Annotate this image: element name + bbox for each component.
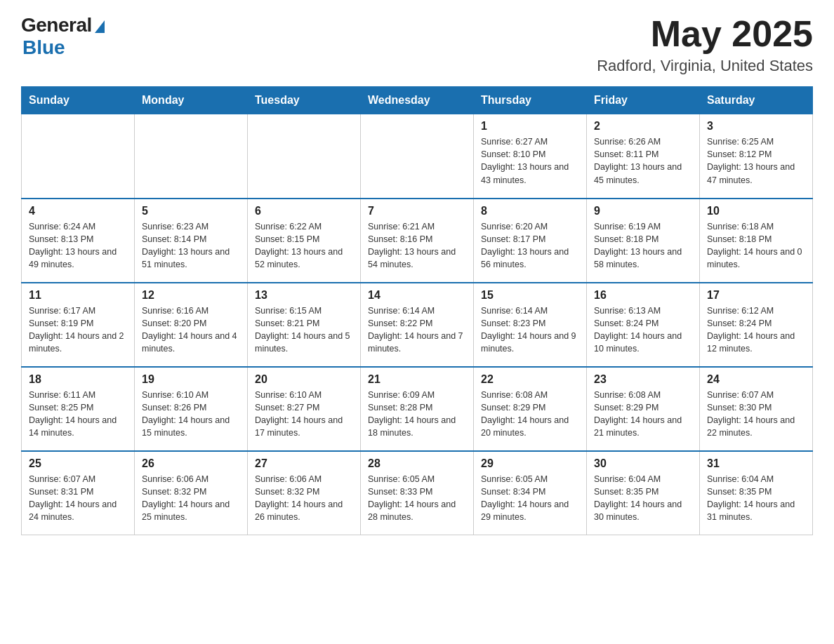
day-info: Sunrise: 6:10 AMSunset: 8:26 PMDaylight:…	[142, 389, 240, 440]
day-of-week-header: Thursday	[474, 87, 587, 114]
calendar-cell: 15Sunrise: 6:14 AMSunset: 8:23 PMDayligh…	[474, 283, 587, 367]
calendar-cell: 23Sunrise: 6:08 AMSunset: 8:29 PMDayligh…	[587, 367, 700, 451]
day-info: Sunrise: 6:24 AMSunset: 8:13 PMDaylight:…	[29, 220, 127, 271]
calendar-cell: 14Sunrise: 6:14 AMSunset: 8:22 PMDayligh…	[361, 283, 474, 367]
logo: General Blue	[21, 14, 105, 59]
title-section: May 2025 Radford, Virginia, United State…	[597, 14, 813, 75]
calendar-week-row: 4Sunrise: 6:24 AMSunset: 8:13 PMDaylight…	[22, 199, 813, 283]
day-number: 27	[255, 457, 353, 470]
day-info: Sunrise: 6:05 AMSunset: 8:34 PMDaylight:…	[481, 473, 579, 524]
day-number: 18	[29, 373, 127, 386]
day-info: Sunrise: 6:08 AMSunset: 8:29 PMDaylight:…	[481, 389, 579, 440]
day-number: 8	[481, 205, 579, 217]
day-number: 7	[368, 205, 466, 217]
day-of-week-header: Wednesday	[361, 87, 474, 114]
day-info: Sunrise: 6:10 AMSunset: 8:27 PMDaylight:…	[255, 389, 353, 440]
calendar-cell: 2Sunrise: 6:26 AMSunset: 8:11 PMDaylight…	[587, 114, 700, 199]
day-number: 20	[255, 373, 353, 386]
calendar-cell: 16Sunrise: 6:13 AMSunset: 8:24 PMDayligh…	[587, 283, 700, 367]
day-number: 31	[707, 457, 805, 470]
calendar-cell: 26Sunrise: 6:06 AMSunset: 8:32 PMDayligh…	[135, 451, 248, 535]
calendar-cell: 6Sunrise: 6:22 AMSunset: 8:15 PMDaylight…	[248, 199, 361, 283]
calendar-week-row: 25Sunrise: 6:07 AMSunset: 8:31 PMDayligh…	[22, 451, 813, 535]
calendar-week-row: 11Sunrise: 6:17 AMSunset: 8:19 PMDayligh…	[22, 283, 813, 367]
logo-general-text: General	[21, 14, 92, 36]
day-info: Sunrise: 6:14 AMSunset: 8:23 PMDaylight:…	[481, 304, 579, 356]
calendar-table: SundayMondayTuesdayWednesdayThursdayFrid…	[21, 86, 813, 535]
calendar-cell: 28Sunrise: 6:05 AMSunset: 8:33 PMDayligh…	[361, 451, 474, 535]
calendar-week-row: 18Sunrise: 6:11 AMSunset: 8:25 PMDayligh…	[22, 367, 813, 451]
calendar-cell: 9Sunrise: 6:19 AMSunset: 8:18 PMDaylight…	[587, 199, 700, 283]
day-info: Sunrise: 6:26 AMSunset: 8:11 PMDaylight:…	[594, 135, 692, 187]
day-info: Sunrise: 6:06 AMSunset: 8:32 PMDaylight:…	[142, 473, 240, 524]
calendar-cell: 20Sunrise: 6:10 AMSunset: 8:27 PMDayligh…	[248, 367, 361, 451]
day-number: 15	[481, 289, 579, 302]
day-of-week-header: Tuesday	[248, 87, 361, 114]
day-info: Sunrise: 6:11 AMSunset: 8:25 PMDaylight:…	[29, 389, 127, 440]
day-info: Sunrise: 6:22 AMSunset: 8:15 PMDaylight:…	[255, 220, 353, 271]
calendar-header-row: SundayMondayTuesdayWednesdayThursdayFrid…	[22, 87, 813, 114]
calendar-cell	[135, 114, 248, 199]
day-of-week-header: Friday	[587, 87, 700, 114]
day-number: 13	[255, 289, 353, 302]
calendar-cell: 21Sunrise: 6:09 AMSunset: 8:28 PMDayligh…	[361, 367, 474, 451]
day-number: 14	[368, 289, 466, 302]
day-number: 16	[594, 289, 692, 302]
day-number: 21	[368, 373, 466, 386]
calendar-week-row: 1Sunrise: 6:27 AMSunset: 8:10 PMDaylight…	[22, 114, 813, 199]
day-number: 25	[29, 457, 127, 470]
day-number: 1	[481, 120, 579, 133]
day-info: Sunrise: 6:17 AMSunset: 8:19 PMDaylight:…	[29, 304, 127, 356]
day-number: 12	[142, 289, 240, 302]
day-info: Sunrise: 6:27 AMSunset: 8:10 PMDaylight:…	[481, 135, 579, 187]
calendar-cell: 22Sunrise: 6:08 AMSunset: 8:29 PMDayligh…	[474, 367, 587, 451]
day-number: 11	[29, 289, 127, 302]
day-number: 5	[142, 205, 240, 217]
day-of-week-header: Monday	[135, 87, 248, 114]
calendar-cell: 10Sunrise: 6:18 AMSunset: 8:18 PMDayligh…	[700, 199, 813, 283]
calendar-cell	[248, 114, 361, 199]
day-number: 24	[707, 373, 805, 386]
logo-blue-text: Blue	[22, 36, 65, 59]
day-number: 28	[368, 457, 466, 470]
calendar-cell	[22, 114, 135, 199]
day-number: 3	[707, 120, 805, 133]
page-header: General Blue May 2025 Radford, Virginia,…	[21, 14, 813, 75]
day-info: Sunrise: 6:05 AMSunset: 8:33 PMDaylight:…	[368, 473, 466, 524]
day-number: 30	[594, 457, 692, 470]
day-info: Sunrise: 6:16 AMSunset: 8:20 PMDaylight:…	[142, 304, 240, 356]
calendar-cell: 19Sunrise: 6:10 AMSunset: 8:26 PMDayligh…	[135, 367, 248, 451]
day-info: Sunrise: 6:13 AMSunset: 8:24 PMDaylight:…	[594, 304, 692, 356]
calendar-cell: 17Sunrise: 6:12 AMSunset: 8:24 PMDayligh…	[700, 283, 813, 367]
day-info: Sunrise: 6:09 AMSunset: 8:28 PMDaylight:…	[368, 389, 466, 440]
day-number: 26	[142, 457, 240, 470]
day-info: Sunrise: 6:07 AMSunset: 8:31 PMDaylight:…	[29, 473, 127, 524]
logo-triangle-icon	[95, 20, 105, 33]
calendar-cell: 24Sunrise: 6:07 AMSunset: 8:30 PMDayligh…	[700, 367, 813, 451]
day-info: Sunrise: 6:20 AMSunset: 8:17 PMDaylight:…	[481, 220, 579, 271]
day-info: Sunrise: 6:18 AMSunset: 8:18 PMDaylight:…	[707, 220, 805, 271]
day-of-week-header: Sunday	[22, 87, 135, 114]
day-number: 4	[29, 205, 127, 217]
calendar-cell: 31Sunrise: 6:04 AMSunset: 8:35 PMDayligh…	[700, 451, 813, 535]
calendar-cell: 30Sunrise: 6:04 AMSunset: 8:35 PMDayligh…	[587, 451, 700, 535]
calendar-cell: 13Sunrise: 6:15 AMSunset: 8:21 PMDayligh…	[248, 283, 361, 367]
day-number: 17	[707, 289, 805, 302]
day-info: Sunrise: 6:12 AMSunset: 8:24 PMDaylight:…	[707, 304, 805, 356]
calendar-cell: 18Sunrise: 6:11 AMSunset: 8:25 PMDayligh…	[22, 367, 135, 451]
calendar-cell: 29Sunrise: 6:05 AMSunset: 8:34 PMDayligh…	[474, 451, 587, 535]
day-info: Sunrise: 6:08 AMSunset: 8:29 PMDaylight:…	[594, 389, 692, 440]
day-number: 9	[594, 205, 692, 217]
calendar-cell: 1Sunrise: 6:27 AMSunset: 8:10 PMDaylight…	[474, 114, 587, 199]
day-info: Sunrise: 6:04 AMSunset: 8:35 PMDaylight:…	[707, 473, 805, 524]
day-info: Sunrise: 6:15 AMSunset: 8:21 PMDaylight:…	[255, 304, 353, 356]
calendar-cell: 12Sunrise: 6:16 AMSunset: 8:20 PMDayligh…	[135, 283, 248, 367]
day-number: 6	[255, 205, 353, 217]
day-number: 19	[142, 373, 240, 386]
calendar-cell: 25Sunrise: 6:07 AMSunset: 8:31 PMDayligh…	[22, 451, 135, 535]
calendar-cell: 3Sunrise: 6:25 AMSunset: 8:12 PMDaylight…	[700, 114, 813, 199]
day-info: Sunrise: 6:06 AMSunset: 8:32 PMDaylight:…	[255, 473, 353, 524]
day-info: Sunrise: 6:19 AMSunset: 8:18 PMDaylight:…	[594, 220, 692, 271]
day-info: Sunrise: 6:25 AMSunset: 8:12 PMDaylight:…	[707, 135, 805, 187]
day-number: 23	[594, 373, 692, 386]
